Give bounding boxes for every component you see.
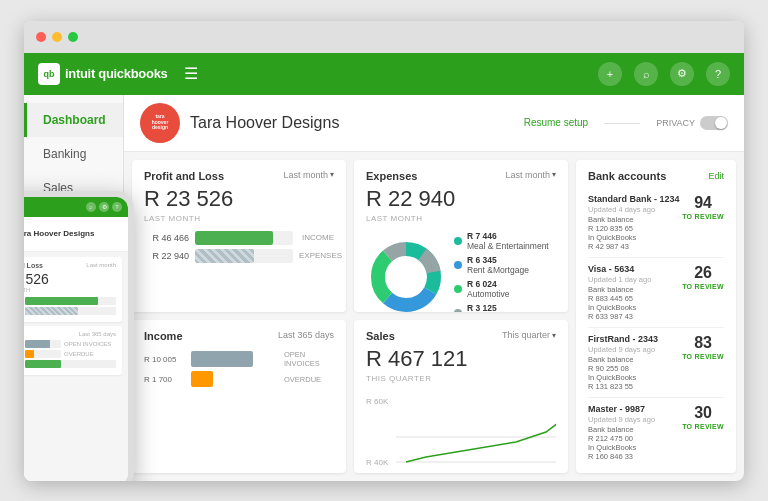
bank-name-standard: Standard Bank - 1234 (588, 194, 680, 204)
browser-window: qb intuit quickbooks ☰ + ⌕ ⚙ ? Dashboard… (24, 21, 744, 481)
bank-qb-val-master: R 160 846 33 (588, 452, 655, 461)
legend-dot-meal (454, 237, 462, 245)
phone-pl-period: Last month (86, 262, 116, 269)
bank-qb-visa: In QuickBooks (588, 303, 651, 312)
bank-balance-val-standard: R 120 835 65 (588, 224, 680, 233)
bank-balance-visa: Bank balance (588, 285, 651, 294)
bank-updated-visa: Updated 1 day ago (588, 275, 651, 284)
sidebar-item-banking[interactable]: Banking (24, 137, 123, 171)
expenses-card-period[interactable]: Last month ▾ (505, 170, 556, 180)
income-card: Income Last 365 days R 10 005 OPEN INVOI… (132, 320, 346, 473)
bank-updated-standard: Updated 4 days ago (588, 205, 680, 214)
bank-account-visa[interactable]: Visa - 5634 Updated 1 day ago Bank balan… (588, 258, 724, 328)
review-label-visa: TO REVIEW (682, 283, 724, 290)
bank-edit-link[interactable]: Edit (708, 171, 724, 181)
expenses-card-title: Expenses (366, 170, 417, 182)
sales-big-number: R 467 121 (366, 346, 556, 372)
sales-card-period[interactable]: This quarter ▾ (502, 330, 556, 340)
sales-card-title: Sales (366, 330, 395, 342)
phone-pl-title: Profit and Loss (24, 262, 43, 269)
pl-card-period[interactable]: Last month ▾ (283, 170, 334, 180)
bank-balance-val-master: R 212 475 00 (588, 434, 655, 443)
phone-overdue-row: R 1 750 OVERDUE (24, 350, 116, 358)
phone-pl-card: Profit and Loss Last month R 23 526 LAST… (24, 257, 122, 322)
phone-extra-fill (25, 360, 61, 368)
bank-review-visa: 26 TO REVIEW (682, 264, 724, 290)
expenses-content: R 7 446 Meal & Entertainment R 6 345 Ren… (366, 231, 556, 313)
phone-open-row: R 10 065 OPEN INVOICES (24, 340, 116, 348)
browser-dot-green[interactable] (68, 32, 78, 42)
add-icon[interactable]: + (598, 62, 622, 86)
bank-qb-val-standard: R 42 987 43 (588, 242, 680, 251)
bank-account-standard[interactable]: Standard Bank - 1234 Updated 4 days ago … (588, 188, 724, 258)
legend-dot-travel (454, 309, 462, 313)
dashboard-grid: Profit and Loss Last month ▾ R 23 526 LA… (124, 152, 744, 481)
toggle-track[interactable] (700, 116, 728, 130)
review-count-standard: 94 (694, 194, 712, 212)
bank-accounts-title: Bank accounts (588, 170, 666, 182)
legend-item-travel: R 3 125 Travel Expenses (454, 303, 549, 313)
pl-expenses-tag: EXPENSES (299, 251, 334, 260)
phone-open-fill (25, 340, 50, 348)
income-overdue-label: OVERDUE (284, 375, 334, 384)
phone-pl-sub: LAST MONTH (24, 287, 116, 293)
settings-icon[interactable]: ⚙ (670, 62, 694, 86)
bank-account-master[interactable]: Master - 9987 Updated 9 days ago Bank ba… (588, 398, 724, 463)
sales-line-chart (396, 397, 556, 467)
help-icon[interactable]: ? (706, 62, 730, 86)
qb-logo-text: intuit quickbooks (65, 66, 168, 81)
expenses-card: Expenses Last month ▾ R 22 940 LAST MONT… (354, 160, 568, 313)
menu-icon[interactable]: ☰ (184, 64, 198, 83)
qb-logo: qb intuit quickbooks (38, 63, 168, 85)
browser-dot-yellow[interactable] (52, 32, 62, 42)
income-overdue-fill (191, 371, 213, 387)
phone-expenses-fill (25, 307, 78, 315)
sales-card: Sales This quarter ▾ R 467 121 THIS QUAR… (354, 320, 568, 473)
phone-income-track (25, 297, 116, 305)
income-open-track (191, 351, 279, 367)
review-count-firstrand: 83 (694, 334, 712, 352)
income-overdue-track (191, 371, 279, 387)
company-name: Tara Hoover Designs (190, 114, 339, 132)
sales-chart: R 60K R 40K (366, 397, 556, 467)
expenses-period-chevron: ▾ (552, 170, 556, 179)
bank-balance-standard: Bank balance (588, 215, 680, 224)
pl-bars: R 46 466 INCOME R 22 940 EXPENSES (144, 231, 334, 263)
income-open-value: R 10 005 (144, 355, 186, 364)
bank-qb-standard: In QuickBooks (588, 233, 680, 242)
privacy-toggle[interactable]: PRIVACY (656, 116, 728, 130)
search-icon[interactable]: ⌕ (634, 62, 658, 86)
bank-balance-val-firstrand: R 90 255 08 (588, 364, 658, 373)
pl-card-title: Profit and Loss (144, 170, 224, 182)
legend-item-auto: R 6 024 Automotive (454, 279, 549, 299)
sales-period-chevron: ▾ (552, 331, 556, 340)
pl-expenses-fill (195, 249, 254, 263)
pl-expenses-row: R 22 940 EXPENSES (144, 249, 334, 263)
income-overdue-row: R 1 700 OVERDUE (144, 371, 334, 387)
phone-settings-icon: ⚙ (99, 202, 109, 212)
resume-setup-link[interactable]: Resume setup (524, 117, 588, 128)
phone-income-card: Income Last 365 days R 10 065 OPEN INVOI… (24, 326, 122, 375)
bank-accounts-card: Bank accounts Edit Standard Bank - 1234 … (576, 160, 736, 473)
phone-income-fill (25, 297, 98, 305)
sidebar-item-dashboard[interactable]: Dashboard (24, 103, 123, 137)
bank-qb-firstrand: In QuickBooks (588, 373, 658, 382)
legend-dot-auto (454, 285, 462, 293)
browser-dot-red[interactable] (36, 32, 46, 42)
bank-updated-firstrand: Updated 9 days ago (588, 345, 658, 354)
pl-big-number: R 23 526 (144, 186, 334, 212)
phone-screen: ⌕ ⚙ ? T Tara Hoover Designs Profit and L… (24, 197, 128, 481)
phone-topbar: ⌕ ⚙ ? (24, 197, 128, 217)
legend-item-rent: R 6 345 Rent &Mortgage (454, 255, 549, 275)
income-card-period[interactable]: Last 365 days (278, 330, 334, 340)
pl-income-tag: INCOME (299, 233, 334, 242)
phone-help-icon: ? (112, 202, 122, 212)
bank-account-firstrand[interactable]: FirstRand - 2343 Updated 9 days ago Bank… (588, 328, 724, 398)
bank-card-header: Bank accounts Edit (588, 170, 724, 182)
phone-overdue-track (25, 350, 61, 358)
expenses-big-number: R 22 940 (366, 186, 556, 212)
bank-balance-master: Bank balance (588, 425, 655, 434)
phone-overdue-fill (25, 350, 34, 358)
phone-expenses-bar-row: R 22 940 (24, 307, 116, 315)
bank-qb-val-visa: R 633 987 43 (588, 312, 651, 321)
